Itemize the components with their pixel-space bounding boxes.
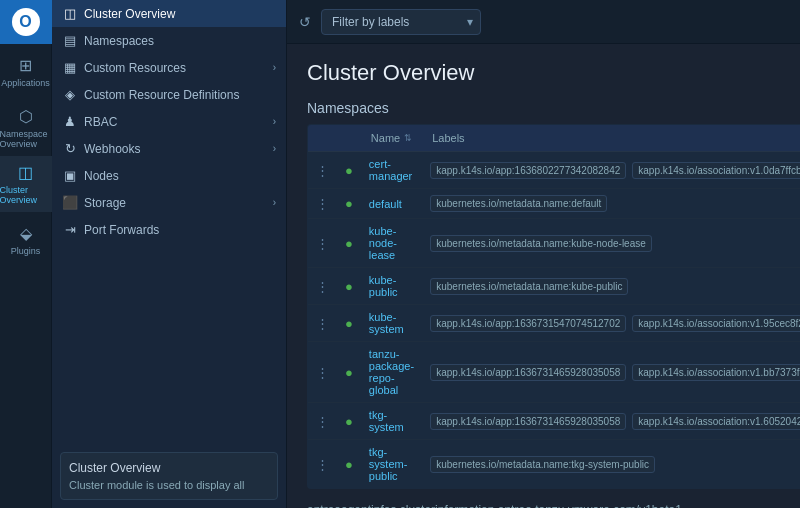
th-status [337,125,361,152]
sidebar-label: Custom Resources [84,61,186,75]
history-icon[interactable]: ↺ [299,14,311,30]
row-dots[interactable]: ⋮ [308,440,338,489]
row-dots[interactable]: ⋮ [308,403,338,440]
table-row: ⋮ ● kube-public kubernetes.io/metadata.n… [308,268,801,305]
port-forwards-icon: ⇥ [62,222,78,237]
sidebar-label: Namespaces [84,34,154,48]
namespace-link[interactable]: default [369,198,402,210]
row-dots[interactable]: ⋮ [308,219,338,268]
crd-icon: ◈ [62,87,78,102]
table-row: ⋮ ● kube-node-lease kubernetes.io/metada… [308,219,801,268]
sidebar: ◫ Cluster Overview ▤ Namespaces ▦ Custom… [52,0,287,508]
sidebar-item-rbac[interactable]: ♟ RBAC › [52,108,286,135]
sidebar-item-namespaces[interactable]: ▤ Namespaces [52,27,286,54]
row-name: tanzu-package-repo-global [361,342,422,403]
custom-resources-icon: ▦ [62,60,78,75]
sidebar-item-storage[interactable]: ⬛ Storage › [52,189,286,216]
table-row: ⋮ ● tkg-system-public kubernetes.io/meta… [308,440,801,489]
label-tag: kapp.k14s.io/app:1636731465928035058 [430,364,626,381]
sidebar-item-cluster-overview[interactable]: ◫ Cluster Overview [52,0,286,27]
sidebar-item-custom-resource-definitions[interactable]: ◈ Custom Resource Definitions [52,81,286,108]
namespaces-table: Name ⇅ Labels ⋮ ● cert-manager kapp.k14s… [307,124,800,489]
status-green-icon: ● [345,279,353,294]
sidebar-label: Custom Resource Definitions [84,88,239,102]
status-green-icon: ● [345,316,353,331]
rail-item-applications[interactable]: ⊞ Applications [0,44,52,100]
label-tag: kubernetes.io/metadata.name:kube-node-le… [430,235,652,252]
row-status: ● [337,219,361,268]
rail-item-label: Plugins [11,246,41,256]
rail-item-plugins[interactable]: ⬙ Plugins [0,212,52,268]
sidebar-item-nodes[interactable]: ▣ Nodes [52,162,286,189]
namespaces-section-title: Namespaces [307,100,780,116]
chevron-right-icon: › [273,116,276,127]
label-tag: kubernetes.io/metadata.name:tkg-system-p… [430,456,655,473]
label-tag: kubernetes.io/metadata.name:default [430,195,607,212]
row-dots[interactable]: ⋮ [308,342,338,403]
sidebar-label: Cluster Overview [84,7,175,21]
status-green-icon: ● [345,414,353,429]
plugins-icon: ⬙ [20,224,32,243]
row-status: ● [337,440,361,489]
filter-wrapper: Filter by labels [321,9,481,35]
table-row: ⋮ ● kube-system kapp.k14s.io/app:1636731… [308,305,801,342]
table-row: ⋮ ● default kubernetes.io/metadata.name:… [308,189,801,219]
webhooks-icon: ↻ [62,141,78,156]
row-name: tkg-system [361,403,422,440]
icon-rail: O ⊞ Applications ⬡ Namespace Overview ◫ … [0,0,52,508]
rail-item-label: Applications [1,78,50,88]
row-labels: kubernetes.io/metadata.name:kube-public [422,268,800,305]
row-name: kube-node-lease [361,219,422,268]
storage-icon: ⬛ [62,195,78,210]
rail-item-label: Cluster Overview [0,185,52,205]
row-dots[interactable]: ⋮ [308,152,338,189]
status-green-icon: ● [345,457,353,472]
row-name: kube-system [361,305,422,342]
row-dots[interactable]: ⋮ [308,189,338,219]
chevron-right-icon: › [273,62,276,73]
row-dots[interactable]: ⋮ [308,305,338,342]
cluster-overview-sidebar-icon: ◫ [62,6,78,21]
row-status: ● [337,268,361,305]
row-labels: kubernetes.io/metadata.name:tkg-system-p… [422,440,800,489]
namespace-link[interactable]: tanzu-package-repo-global [369,348,414,396]
namespace-link[interactable]: kube-system [369,311,404,335]
namespace-link[interactable]: kube-public [369,274,398,298]
nodes-icon: ▣ [62,168,78,183]
label-tag: kapp.k14s.io/app:1636731547074512702 [430,315,626,332]
row-status: ● [337,305,361,342]
row-labels: kubernetes.io/metadata.name:default [422,189,800,219]
table-row: ⋮ ● tkg-system kapp.k14s.io/app:16367314… [308,403,801,440]
logo-area[interactable]: O [0,0,52,44]
row-status: ● [337,152,361,189]
namespace-link[interactable]: cert-manager [369,158,412,182]
sidebar-item-port-forwards[interactable]: ⇥ Port Forwards [52,216,286,243]
namespace-link[interactable]: tkg-system-public [369,446,408,482]
label-tag: kapp.k14s.io/association:v1.60520426… [632,413,800,430]
sidebar-label: RBAC [84,115,117,129]
applications-icon: ⊞ [19,56,32,75]
topbar: ↺ Filter by labels [287,0,800,44]
app-logo: O [12,8,40,36]
row-dots[interactable]: ⋮ [308,268,338,305]
row-name: tkg-system-public [361,440,422,489]
rail-item-namespace-overview[interactable]: ⬡ Namespace Overview [0,100,52,156]
page-title: Cluster Overview [307,60,780,86]
sidebar-item-webhooks[interactable]: ↻ Webhooks › [52,135,286,162]
namespace-link[interactable]: kube-node-lease [369,225,397,261]
status-green-icon: ● [345,196,353,211]
chevron-right-icon: › [273,143,276,154]
sidebar-label: Webhooks [84,142,140,156]
row-labels: kapp.k14s.io/app:1636731465928035058kapp… [422,403,800,440]
rail-item-cluster-overview[interactable]: ◫ Cluster Overview [0,156,52,212]
namespace-overview-icon: ⬡ [19,107,33,126]
sidebar-item-custom-resources[interactable]: ▦ Custom Resources › [52,54,286,81]
main-content: ↺ Filter by labels Cluster Overview Name… [287,0,800,508]
sort-icon: ⇅ [404,133,412,143]
card-description: Cluster module is used to display all [69,479,269,491]
th-name[interactable]: Name ⇅ [361,125,422,152]
filter-by-labels-dropdown[interactable]: Filter by labels [321,9,481,35]
label-tag: kubernetes.io/metadata.name:kube-public [430,278,628,295]
sidebar-label: Port Forwards [84,223,159,237]
namespace-link[interactable]: tkg-system [369,409,404,433]
